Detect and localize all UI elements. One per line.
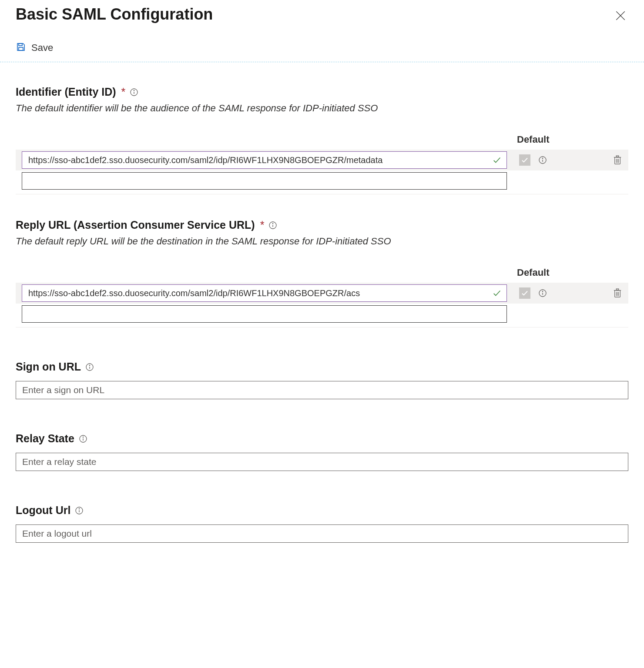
svg-rect-3: [19, 47, 23, 50]
default-column-header: Default: [517, 134, 550, 145]
identifier-input[interactable]: [22, 151, 507, 169]
close-icon: [615, 10, 626, 21]
toolbar-separator: [0, 62, 644, 62]
info-icon[interactable]: [268, 221, 277, 230]
panel-title: Basic SAML Configuration: [16, 5, 213, 23]
logout-url-input[interactable]: [16, 524, 628, 543]
identifier-label: Identifier (Entity ID): [16, 86, 116, 98]
svg-point-18: [273, 223, 273, 224]
reply-url-row: [16, 283, 628, 304]
valid-check-icon: [492, 155, 502, 165]
svg-point-36: [79, 508, 80, 509]
svg-point-33: [83, 437, 83, 437]
logout-url-label: Logout Url: [16, 504, 70, 517]
identifier-description: The default identifier will be the audie…: [16, 103, 628, 114]
close-button[interactable]: [614, 10, 627, 22]
sign-on-url-input[interactable]: [16, 381, 628, 399]
svg-rect-27: [616, 289, 619, 290]
save-button[interactable]: Save: [16, 42, 53, 54]
identifier-default-checkbox[interactable]: [519, 154, 530, 166]
save-label: Save: [31, 42, 53, 53]
identifier-extra-input[interactable]: [22, 172, 507, 190]
svg-point-9: [542, 158, 543, 158]
svg-point-30: [89, 365, 90, 365]
reply-url-extra-input[interactable]: [22, 305, 507, 323]
save-icon: [16, 42, 26, 54]
required-indicator: *: [260, 219, 265, 231]
info-icon[interactable]: [85, 363, 94, 371]
reply-url-extra-row: [16, 304, 628, 324]
svg-rect-2: [19, 43, 22, 46]
identifier-extra-row: [16, 170, 628, 191]
relay-state-input[interactable]: [16, 453, 628, 471]
reply-url-label: Reply URL (Assertion Consumer Service UR…: [16, 219, 255, 231]
delete-button[interactable]: [613, 155, 622, 165]
default-column-header: Default: [517, 267, 550, 278]
svg-point-6: [134, 90, 134, 90]
delete-button[interactable]: [613, 288, 622, 298]
svg-rect-15: [616, 156, 619, 157]
info-icon[interactable]: [79, 434, 87, 443]
reply-url-description: The default reply URL will be the destin…: [16, 236, 628, 247]
relay-state-label: Relay State: [16, 432, 74, 445]
info-icon[interactable]: [538, 289, 547, 297]
info-icon[interactable]: [75, 506, 84, 515]
info-icon[interactable]: [538, 156, 547, 164]
required-indicator: *: [121, 86, 126, 98]
reply-url-default-checkbox[interactable]: [519, 287, 530, 299]
valid-check-icon: [492, 288, 502, 298]
identifier-row: [16, 150, 628, 170]
info-icon[interactable]: [130, 88, 138, 97]
sign-on-url-label: Sign on URL: [16, 361, 81, 373]
svg-point-21: [542, 291, 543, 291]
reply-url-input[interactable]: [22, 284, 507, 302]
